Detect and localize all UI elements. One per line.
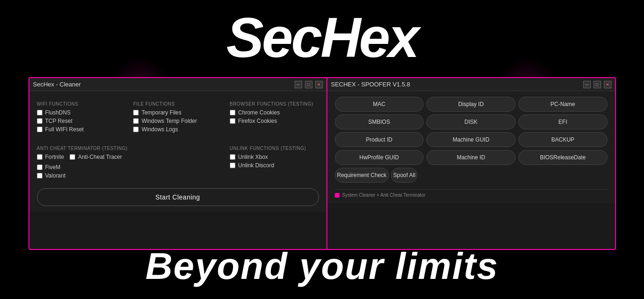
checkbox-fivem[interactable]: FiveM <box>37 164 222 171</box>
wifi-label: WIFI FUNCTIONS <box>37 101 126 107</box>
checkbox-flushdns-label: FlushDNS <box>45 109 71 116</box>
checkbox-firefoxcookies-label: Firefox Cookies <box>238 118 277 124</box>
checkbox-tempfiles-input[interactable] <box>133 110 139 115</box>
checkbox-valorant-input[interactable] <box>37 173 42 178</box>
spoof-hwprofile-button[interactable]: HwProfile GUID <box>335 150 424 165</box>
checkbox-fullwifi[interactable]: Full WIFI Reset <box>37 126 126 133</box>
checkbox-fullwifi-label: Full WIFI Reset <box>45 126 84 133</box>
titlebar-controls-right: ─ □ ✕ <box>583 81 611 88</box>
spoof-machineguid-button[interactable]: Machine GUID <box>426 132 516 147</box>
checkbox-firefoxcookies-input[interactable] <box>230 118 235 124</box>
checkbox-flushdns[interactable]: FlushDNS <box>37 109 126 116</box>
window-cleaner: SecHex - Cleaner ─ □ ✕ WIFI FUNCTIONS Fl… <box>28 77 327 250</box>
file-section: FILE FUNCTIONS Temporary Files Windows T… <box>133 97 222 135</box>
maximize-button-right[interactable]: □ <box>594 81 601 88</box>
checkbox-winlogs[interactable]: Windows Logs <box>133 126 222 133</box>
spoof-displayid-button[interactable]: Display ID <box>426 97 516 112</box>
checkbox-tempfiles[interactable]: Temporary Files <box>133 109 222 116</box>
wifi-section: WIFI FUNCTIONS FlushDNS TCP Reset Full W… <box>37 97 126 135</box>
spoof-efi-button[interactable]: EFI <box>518 114 608 129</box>
spoof-row3: Product ID Machine GUID BACKUP <box>335 132 608 147</box>
checkbox-fivem-label: FiveM <box>45 164 61 171</box>
wide-buttons-container: Requirement Check Spoof All <box>335 168 608 185</box>
checkbox-tcpreset-label: TCP Reset <box>45 118 72 124</box>
checkbox-wintempfolder-input[interactable] <box>133 118 139 124</box>
checkbox-tcpreset-input[interactable] <box>37 118 42 124</box>
checkbox-unlinkdiscord-input[interactable] <box>230 163 235 168</box>
spoof-row2: SMBIOS DISK EFI <box>335 114 608 129</box>
checkbox-flushdns-input[interactable] <box>37 110 42 115</box>
checkbox-wintempfolder[interactable]: Windows Temp Folder <box>133 118 222 124</box>
anticheat-label: ANTI CHEAT TERMINATOR (testing) <box>37 146 222 151</box>
checkbox-anticheat-tracer-label: Anti-Cheat Tracer <box>78 154 122 160</box>
bottom-columns: ANTI CHEAT TERMINATOR (testing) Fortnite… <box>37 141 319 181</box>
checkbox-winlogs-input[interactable] <box>133 127 139 132</box>
status-bar: System Cleaner + Anti Cheat Terminator <box>335 189 608 198</box>
checkbox-unlinkdiscord[interactable]: Unlink Discord <box>230 162 319 169</box>
checkbox-unlinkxbox-label: Unlink Xbox <box>238 154 268 160</box>
checkbox-anticheat-tracer[interactable]: Anti-Cheat Tracer <box>70 154 122 160</box>
minimize-button-right[interactable]: ─ <box>583 81 591 88</box>
window-right-body: MAC Display ID PC-Name SMBIOS DISK EFI P… <box>327 91 615 203</box>
checkbox-fivem-input[interactable] <box>37 164 42 170</box>
checkbox-fullwifi-input[interactable] <box>37 127 42 132</box>
maximize-button-left[interactable]: □ <box>305 81 312 88</box>
status-dot-icon <box>335 193 340 198</box>
status-text: System Cleaner + Anti Cheat Terminator <box>342 192 426 198</box>
spoof-mac-button[interactable]: MAC <box>335 97 424 112</box>
spoof-backup-button[interactable]: BACKUP <box>518 132 608 147</box>
titlebar-controls-left: ─ □ ✕ <box>295 81 323 88</box>
titlebar-right: SECHEX - SPOOFER V1.5.8 ─ □ ✕ <box>327 78 615 91</box>
anticheat-section: ANTI CHEAT TERMINATOR (testing) Fortnite… <box>37 141 222 181</box>
spoof-row1: MAC Display ID PC-Name <box>335 97 608 112</box>
checkbox-fortnite-label: Fortnite <box>45 154 64 160</box>
checkbox-unlinkdiscord-label: Unlink Discord <box>238 162 274 169</box>
spoof-biosreleasedate-button[interactable]: BIOSReleaseDate <box>518 150 608 165</box>
checkbox-tcpreset[interactable]: TCP Reset <box>37 118 126 124</box>
window-left-body: WIFI FUNCTIONS FlushDNS TCP Reset Full W… <box>29 91 326 212</box>
watermark-top: SecHex <box>226 9 418 65</box>
titlebar-left: SecHex - Cleaner ─ □ ✕ <box>29 78 326 91</box>
windows-container: SecHex - Cleaner ─ □ ✕ WIFI FUNCTIONS Fl… <box>28 77 616 250</box>
minimize-button-left[interactable]: ─ <box>295 81 302 88</box>
top-columns: WIFI FUNCTIONS FlushDNS TCP Reset Full W… <box>37 97 319 135</box>
spoof-pcname-button[interactable]: PC-Name <box>518 97 608 112</box>
spoof-smbios-button[interactable]: SMBIOS <box>335 114 424 129</box>
window-right-title: SECHEX - SPOOFER V1.5.8 <box>331 81 410 88</box>
browser-section: BROWSER FUNCTIONS (testing) Chrome Cooki… <box>230 97 319 135</box>
checkbox-chromecookies-input[interactable] <box>230 110 235 115</box>
spoof-productid-button[interactable]: Product ID <box>335 132 424 147</box>
window-left-title: SecHex - Cleaner <box>33 81 81 88</box>
browser-label: BROWSER FUNCTIONS (testing) <box>230 101 319 107</box>
close-button-right[interactable]: ✕ <box>604 81 611 88</box>
checkbox-valorant-label: Valorant <box>45 172 66 179</box>
file-label: FILE FUNCTIONS <box>133 101 222 107</box>
checkbox-wintempfolder-label: Windows Temp Folder <box>142 118 197 124</box>
watermark-bottom: Beyond your limits <box>145 248 498 285</box>
checkbox-chromecookies-label: Chrome Cookies <box>238 109 280 116</box>
unlink-section: UNLINK FUNCTIONS (testing) Unlink Xbox U… <box>230 141 319 181</box>
checkbox-fortnite[interactable]: Fortnite <box>37 154 64 160</box>
unlink-label: UNLINK FUNCTIONS (testing) <box>230 146 319 151</box>
close-button-left[interactable]: ✕ <box>315 81 323 88</box>
start-cleaning-button[interactable]: Start Cleaning <box>37 188 319 206</box>
checkbox-fortnite-input[interactable] <box>37 154 42 160</box>
window-spoofer: SECHEX - SPOOFER V1.5.8 ─ □ ✕ MAC Displa… <box>326 77 616 250</box>
checkbox-tempfiles-label: Temporary Files <box>142 109 181 116</box>
checkbox-anticheat-tracer-input[interactable] <box>70 154 75 160</box>
requirement-check-button[interactable]: Requirement Check <box>335 168 389 183</box>
spoof-all-button[interactable]: Spoof All <box>391 168 418 183</box>
spoof-machineid-button[interactable]: Machine ID <box>426 150 516 165</box>
spoof-disk-button[interactable]: DISK <box>426 114 516 129</box>
checkbox-winlogs-label: Windows Logs <box>142 126 178 133</box>
spoof-row4: HwProfile GUID Machine ID BIOSReleaseDat… <box>335 150 608 165</box>
checkbox-valorant[interactable]: Valorant <box>37 172 222 179</box>
checkbox-unlinkxbox[interactable]: Unlink Xbox <box>230 154 319 160</box>
checkbox-unlinkxbox-input[interactable] <box>230 154 235 160</box>
checkbox-chromecookies[interactable]: Chrome Cookies <box>230 109 319 116</box>
checkbox-firefoxcookies[interactable]: Firefox Cookies <box>230 118 319 124</box>
